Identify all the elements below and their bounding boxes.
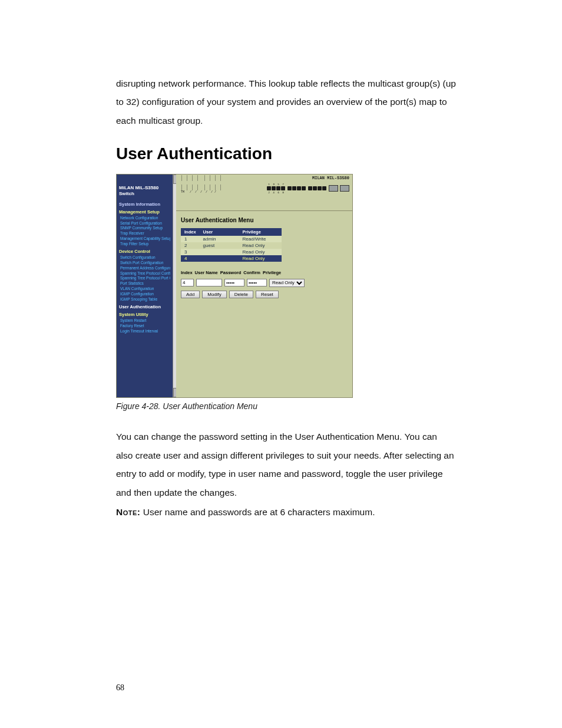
product-brand: MiLAN MIL-S3580 Switch bbox=[119, 185, 170, 197]
sidebar-item[interactable]: VLAN Configuration bbox=[119, 286, 170, 292]
sidebar-item[interactable]: Spanning Tree Protocol Configuration bbox=[119, 271, 170, 276]
figure-user-auth: MiLAN MIL-S3580 Switch System Informatio… bbox=[116, 174, 456, 411]
sidebar-section-device-control[interactable]: Device Control bbox=[119, 249, 170, 254]
sidebar-section-user-auth[interactable]: User Authentication bbox=[119, 304, 170, 309]
password-input[interactable] bbox=[224, 279, 244, 286]
sidebar-section-management-setup[interactable]: Management Setup bbox=[119, 209, 170, 215]
panel-title: User Authentication Menu bbox=[181, 217, 352, 223]
note-label: Note: bbox=[116, 507, 140, 517]
sidebar-item[interactable]: Management Capability Setup bbox=[119, 236, 170, 242]
sidebar-item[interactable]: Permanent Address Configuration bbox=[119, 266, 170, 271]
sidebar-item[interactable]: Network Configuration bbox=[119, 216, 170, 221]
table-row[interactable]: 3Read Only bbox=[181, 249, 282, 255]
section-heading: User Authentication bbox=[116, 144, 456, 163]
intro-paragraph: disrupting network performance. This loo… bbox=[116, 74, 456, 130]
sidebar-item[interactable]: SNMP Community Setup bbox=[119, 226, 170, 231]
index-input[interactable] bbox=[181, 279, 194, 286]
modify-button[interactable]: Modify bbox=[202, 291, 227, 298]
sidebar-item[interactable]: System Restart bbox=[119, 318, 170, 324]
table-row[interactable]: 1adminRead/Write bbox=[181, 236, 282, 242]
username-input[interactable] bbox=[196, 279, 222, 286]
sidebar-section-system-info[interactable]: System Information bbox=[119, 202, 170, 207]
note-line: Note: User name and passwords are at 6 c… bbox=[116, 503, 456, 522]
sidebar-item[interactable]: Port Statistics bbox=[119, 281, 170, 286]
label-confirm: Confirm bbox=[243, 270, 260, 275]
label-index: Index bbox=[181, 270, 193, 275]
sidebar-item[interactable]: Trap Filter Setup bbox=[119, 242, 170, 247]
device-model-label: MILAN MIL-S3580 bbox=[267, 176, 349, 180]
edit-form: Index User Name Password Confirm Privile… bbox=[181, 270, 352, 275]
sidebar-item[interactable]: IGMP Snooping Table bbox=[119, 297, 170, 302]
page-number: 68 bbox=[116, 683, 124, 693]
body-paragraph: You can change the password setting in t… bbox=[116, 427, 456, 502]
figure-caption: Figure 4-28. User Authentication Menu bbox=[116, 401, 456, 411]
sidebar-item[interactable]: IGMP Configuration bbox=[119, 292, 170, 297]
sidebar-section-system-utility[interactable]: System Utility bbox=[119, 312, 170, 317]
add-button[interactable]: Add bbox=[181, 291, 200, 298]
delete-button[interactable]: Delete bbox=[229, 291, 253, 298]
user-table: Index User Privilege 1adminRead/Write 2g… bbox=[181, 228, 282, 262]
col-privilege: Privilege bbox=[239, 228, 282, 236]
device-banner: | | | | | | | | | | | | | | | | | | | | … bbox=[176, 174, 352, 211]
sidebar-item[interactable]: Spanning Tree Protocol Port Configuratio… bbox=[119, 276, 170, 281]
port-diagram: 1357 2468 bbox=[267, 183, 349, 194]
reset-button[interactable]: Reset bbox=[256, 291, 279, 298]
privilege-select[interactable]: Read Only bbox=[269, 279, 305, 287]
table-row[interactable]: 2guestRead Only bbox=[181, 242, 282, 249]
uplink-icon bbox=[340, 185, 349, 192]
sidebar-item[interactable]: Login Timeout Interval bbox=[119, 329, 170, 334]
sidebar-item[interactable]: Serial Port Configuration bbox=[119, 221, 170, 226]
ascii-logo: | | | | | | | | | | | | | | | | | | | | … bbox=[179, 176, 223, 195]
note-text: User name and passwords are at 6 charact… bbox=[140, 507, 375, 517]
label-password: Password bbox=[220, 270, 241, 275]
port-icon bbox=[267, 186, 271, 190]
sidebar-item[interactable]: Factory Reset bbox=[119, 324, 170, 329]
sidebar-item[interactable]: Trap Receiver bbox=[119, 231, 170, 236]
col-index: Index bbox=[181, 228, 200, 236]
sidebar-item[interactable]: Switch Configuration bbox=[119, 255, 170, 261]
label-privilege: Privilege bbox=[263, 270, 281, 275]
label-username: User Name bbox=[195, 270, 218, 275]
screenshot-user-auth-menu: MiLAN MIL-S3580 Switch System Informatio… bbox=[116, 174, 353, 398]
confirm-input[interactable] bbox=[247, 279, 267, 286]
device-diagram: MILAN MIL-S3580 1357 2468 bbox=[267, 176, 349, 194]
screenshot-sidebar: MiLAN MIL-S3580 Switch System Informatio… bbox=[117, 174, 173, 397]
col-user: User bbox=[200, 228, 239, 236]
sidebar-item[interactable]: Switch Port Configuration bbox=[119, 261, 170, 266]
table-row-selected[interactable]: 4Read Only bbox=[181, 255, 282, 262]
screenshot-main: | | | | | | | | | | | | | | | | | | | | … bbox=[176, 174, 352, 397]
uplink-icon bbox=[329, 185, 338, 192]
